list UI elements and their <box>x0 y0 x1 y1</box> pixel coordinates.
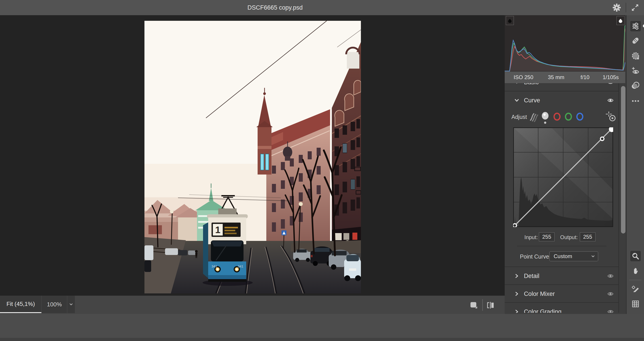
exif-info-bar: ISO 250 35 mm f/10 1/105s <box>505 71 625 83</box>
presets-tool-button[interactable] <box>630 80 641 91</box>
right-toolbar <box>626 15 644 314</box>
chevron-right-icon <box>514 291 520 297</box>
tab-fit-label: Fit (45,1%) <box>6 301 35 308</box>
eye-icon[interactable] <box>607 83 614 86</box>
panel-scrollbar-gutter <box>618 83 626 313</box>
presets-icon <box>631 81 640 90</box>
more-options-button[interactable] <box>630 95 641 107</box>
fullscreen-expand-icon[interactable] <box>630 3 640 12</box>
edit-tool-button[interactable] <box>630 20 641 32</box>
panel-header-detail[interactable]: Detail <box>505 267 618 285</box>
grid-overlay-button[interactable] <box>630 298 641 310</box>
masking-tool-button[interactable] <box>630 50 641 61</box>
exif-focal-length: 35 mm <box>548 71 564 83</box>
point-curve-select[interactable]: Custom <box>550 251 598 261</box>
targeted-adjustment-icon[interactable] <box>606 111 616 122</box>
panel-label-color-grading: Color Grading <box>524 308 562 313</box>
masking-icon <box>631 52 640 60</box>
dialog-footer: Cancel OK <box>0 314 644 341</box>
panel-scrollbar-thumb[interactable] <box>621 86 626 234</box>
panel-header-basic[interactable]: Basic <box>505 83 618 91</box>
blue-channel-icon[interactable] <box>576 112 584 121</box>
input-label: Input: <box>524 234 538 240</box>
point-curve-label: Point Curve <box>520 253 549 260</box>
zoom-level-dropdown[interactable] <box>67 296 75 313</box>
eye-icon[interactable] <box>607 273 614 279</box>
white-balance-eyedropper-icon <box>632 285 640 293</box>
edit-sliders-icon <box>632 22 639 30</box>
active-panel-indicator-dot <box>643 24 644 27</box>
eye-icon[interactable] <box>607 308 614 313</box>
tram-fleet-number-left: 341 <box>212 264 217 268</box>
input-value-field[interactable] <box>539 232 554 241</box>
highlight-clipping-indicator[interactable] <box>616 16 624 25</box>
titlebar: DSCF6665 copy.psd <box>0 0 644 15</box>
zoom-bar-divider <box>482 299 483 311</box>
chevron-down-icon <box>68 302 74 307</box>
tone-curve-grid[interactable] <box>513 127 613 227</box>
exif-shutter-speed: 1/105s <box>603 71 619 83</box>
eye-icon[interactable] <box>607 97 614 104</box>
camera-raw-dialog: DSCF6665 copy.psd <box>0 0 644 341</box>
panel-label-basic: Basic <box>524 83 539 86</box>
magnifier-icon <box>632 252 639 260</box>
adjust-label: Adjust <box>512 114 527 120</box>
curve-point-shadows[interactable] <box>513 224 516 227</box>
chevron-right-icon <box>514 309 520 313</box>
output-value-field[interactable] <box>580 232 596 241</box>
exif-aperture: f/10 <box>580 71 590 83</box>
more-dots-icon <box>632 99 640 103</box>
red-eye-tool-button[interactable] <box>630 65 641 76</box>
image-canvas-area[interactable]: 1 341 341 <box>0 15 505 296</box>
green-channel-icon[interactable] <box>564 112 572 121</box>
parametric-curve-channel-icon[interactable] <box>529 112 539 123</box>
point-curve-value: Custom <box>554 253 590 260</box>
red-channel-icon[interactable] <box>553 112 561 121</box>
panel-label-curve: Curve <box>524 97 540 104</box>
curve-io-row: Input: Output: <box>505 231 618 245</box>
exif-iso: ISO 250 <box>514 71 533 83</box>
tram-fleet-number-right: 341 <box>238 264 243 268</box>
highlight-clipping-icon <box>618 18 623 23</box>
zoom-bar: Fit (45,1%) 100% <box>0 296 505 315</box>
panel-header-color-grading[interactable]: Color Grading <box>505 303 618 313</box>
tab-fit[interactable]: Fit (45,1%) <box>0 296 41 313</box>
settings-gear-icon[interactable] <box>612 3 622 12</box>
curve-adjust-row: Adjust <box>505 109 618 125</box>
panel-scroll-area: Basic Curve Adjust <box>505 83 619 313</box>
zoom-tool-button[interactable] <box>630 251 641 262</box>
preview-mode-button[interactable] <box>470 302 478 309</box>
histogram[interactable] <box>505 15 625 71</box>
panel-header-color-mixer[interactable]: Color Mixer <box>505 285 618 303</box>
document-title: DSCF6665 copy.psd <box>0 0 550 15</box>
healing-bandaid-icon <box>632 37 640 45</box>
tab-100-label: 100% <box>47 301 62 308</box>
before-after-view-button[interactable] <box>486 302 495 309</box>
photo-canvas[interactable]: 1 341 341 <box>144 21 361 293</box>
point-curve-channel-icon[interactable] <box>541 111 550 125</box>
curve-inner-divider <box>517 246 606 246</box>
curve-point-mid[interactable] <box>600 137 604 141</box>
chevron-down-icon <box>590 254 596 259</box>
output-label: Output: <box>560 234 578 240</box>
panel-label-color-mixer: Color Mixer <box>524 291 555 298</box>
eye-icon[interactable] <box>607 291 614 297</box>
toolbar-divider <box>629 280 641 280</box>
healing-tool-button[interactable] <box>630 35 641 46</box>
panel-header-curve[interactable]: Curve <box>505 91 618 109</box>
chevron-down-icon <box>514 83 520 85</box>
chevron-down-icon <box>514 97 520 103</box>
grid-icon <box>632 300 639 308</box>
chevron-right-icon <box>514 273 520 279</box>
hand-tool-button[interactable] <box>630 265 641 276</box>
red-eye-icon <box>631 67 640 75</box>
white-balance-tool-button[interactable] <box>630 284 641 295</box>
shadow-clipping-indicator[interactable] <box>506 16 514 25</box>
panel-label-detail: Detail <box>524 273 539 280</box>
shadow-clipping-icon <box>507 18 512 23</box>
edit-panel-column: ISO 250 35 mm f/10 1/105s Basic <box>505 15 626 315</box>
tram-route-number: 1 <box>215 225 220 235</box>
hand-icon <box>632 267 639 275</box>
tab-100-percent[interactable]: 100% <box>42 296 67 313</box>
titlebar-divider <box>626 3 626 12</box>
